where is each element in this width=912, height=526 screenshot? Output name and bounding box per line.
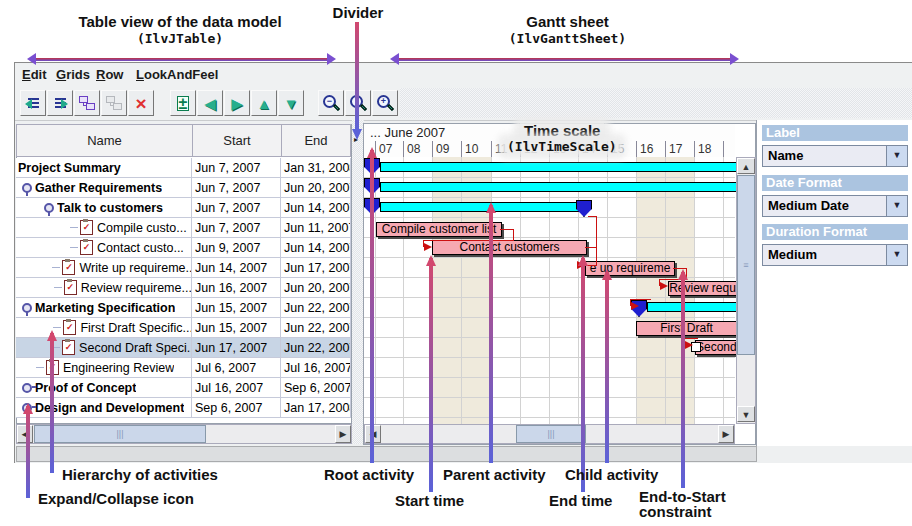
end-cell[interactable]: Jun 14, 2007 bbox=[281, 238, 351, 258]
duration-format-combobox[interactable]: Medium ▼ bbox=[762, 244, 908, 266]
table-row-selected[interactable]: ✓ Second Draft Speci... Jun 17, 2007 Jun… bbox=[16, 338, 351, 358]
name-cell[interactable]: ✓ Engineering Review bbox=[16, 358, 192, 378]
date-format-combobox[interactable]: Medium Date ▼ bbox=[762, 195, 908, 217]
expand-collapse-all-button[interactable]: ± bbox=[170, 90, 196, 116]
end-cell[interactable]: Jan 17, 2008 bbox=[281, 398, 351, 418]
menu-edit[interactable]: Edit bbox=[22, 67, 47, 82]
tree-collapsed-icon[interactable] bbox=[22, 382, 32, 394]
table-row[interactable]: Proof of Concept Jul 16, 2007 Sep 6, 200… bbox=[16, 378, 351, 398]
name-cell[interactable]: Design and Development bbox=[16, 398, 192, 418]
tree-expanded-icon[interactable] bbox=[22, 302, 32, 314]
table-row[interactable]: ✓ Review requireme... Jun 16, 2007 Jun 2… bbox=[16, 278, 351, 298]
start-cell[interactable]: Jun 15, 2007 bbox=[192, 298, 281, 318]
column-header-name[interactable]: Name bbox=[16, 124, 193, 157]
table-row[interactable]: Project Summary Jun 7, 2007 Jan 31, 2008 bbox=[16, 158, 351, 178]
scroll-right-button[interactable]: ▶ bbox=[335, 425, 351, 443]
navigate-up-button[interactable]: ▲ bbox=[251, 90, 277, 116]
name-cell[interactable]: ✓ First Draft Specific... bbox=[16, 318, 192, 338]
end-cell[interactable]: Jun 11, 2007 bbox=[281, 218, 351, 238]
table-row[interactable]: Marketing Specification Jun 15, 2007 Jun… bbox=[16, 298, 351, 318]
end-cell[interactable]: Sep 6, 2007 bbox=[281, 378, 351, 398]
make-child-button[interactable] bbox=[74, 90, 100, 116]
name-cell[interactable]: Talk to customers bbox=[16, 198, 192, 218]
start-cell[interactable]: Jun 14, 2007 bbox=[192, 258, 281, 278]
start-cell[interactable]: Jun 7, 2007 bbox=[192, 218, 281, 238]
table-row[interactable]: Design and Development Sep 6, 2007 Jan 1… bbox=[16, 398, 351, 418]
end-cell[interactable]: Jun 14, 2007 bbox=[281, 198, 351, 218]
delete-row-button[interactable]: × bbox=[128, 90, 154, 116]
table-row[interactable]: ✓ Contact custo... Jun 9, 2007 Jun 14, 2… bbox=[16, 238, 351, 258]
start-cell[interactable]: Jun 17, 2007 bbox=[192, 338, 281, 358]
green-right-arrow-icon: ▶ bbox=[231, 96, 243, 111]
end-cell[interactable]: Jun 17, 2007 bbox=[281, 258, 351, 278]
start-cell[interactable]: Jul 16, 2007 bbox=[192, 378, 281, 398]
summary-bar-marketing[interactable] bbox=[647, 302, 737, 312]
table-row[interactable]: ✓ Engineering Review Jul 6, 2007 Jul 16,… bbox=[16, 358, 351, 378]
chevron-down-icon[interactable]: ▼ bbox=[886, 146, 907, 166]
start-cell[interactable]: Jun 15, 2007 bbox=[192, 318, 281, 338]
chevron-down-icon[interactable]: ▼ bbox=[886, 245, 907, 265]
tree-expanded-icon[interactable] bbox=[22, 182, 32, 194]
start-cell[interactable]: Jun 7, 2007 bbox=[192, 158, 281, 178]
column-header-end[interactable]: End bbox=[281, 124, 351, 157]
table-hscroll-thumb[interactable]: ||| bbox=[34, 425, 206, 443]
gantt-hscroll-thumb[interactable]: ||| bbox=[516, 425, 586, 443]
activity-bar-compile[interactable]: Compile customer list bbox=[376, 222, 502, 237]
start-cell[interactable]: Jun 16, 2007 bbox=[192, 278, 281, 298]
end-cell[interactable]: Jul 16, 2007 bbox=[281, 358, 351, 378]
name-cell[interactable]: ✓ Contact custo... bbox=[16, 238, 192, 258]
name-cell[interactable]: Project Summary bbox=[16, 158, 192, 178]
label-combobox[interactable]: Name ▼ bbox=[762, 145, 908, 167]
table-row[interactable]: ✓ Write up requireme... Jun 14, 2007 Jun… bbox=[16, 258, 351, 278]
end-cell[interactable]: Jun 22, 2007 bbox=[281, 318, 351, 338]
chevron-down-icon[interactable]: ▼ bbox=[886, 196, 907, 216]
name-cell[interactable]: ✓ Write up requireme... bbox=[16, 258, 192, 278]
start-cell[interactable]: Jun 9, 2007 bbox=[192, 238, 281, 258]
name-cell[interactable]: Marketing Specification bbox=[16, 298, 192, 318]
table-row[interactable]: Gather Requirements Jun 7, 2007 Jun 20, … bbox=[16, 178, 351, 198]
column-header-start[interactable]: Start bbox=[192, 124, 282, 157]
start-cell[interactable]: Sep 6, 2007 bbox=[192, 398, 281, 418]
scroll-left-button[interactable]: ◀ bbox=[17, 425, 33, 443]
table-row[interactable]: ✓ Compile custo... Jun 7, 2007 Jun 11, 2… bbox=[16, 218, 351, 238]
scroll-up-button[interactable]: ▲ bbox=[737, 158, 755, 174]
zoom-in-button[interactable]: + bbox=[372, 90, 398, 116]
menu-grids[interactable]: Grids bbox=[56, 67, 90, 82]
table-row[interactable]: Talk to customers Jun 7, 2007 Jun 14, 20… bbox=[16, 198, 351, 218]
menu-row[interactable]: Row bbox=[96, 67, 123, 82]
summary-bar-gather[interactable] bbox=[380, 182, 737, 192]
summary-bar-project[interactable] bbox=[380, 162, 737, 172]
activity-bar-first-draft[interactable]: First Draft bbox=[636, 321, 737, 336]
menu-lookandfeel[interactable]: LookAndFeel bbox=[136, 67, 218, 82]
end-cell[interactable]: Jun 22, 2007 bbox=[281, 298, 351, 318]
name-cell[interactable]: ✓ Second Draft Speci... bbox=[16, 338, 192, 358]
navigate-right-button[interactable]: ▶ bbox=[224, 90, 250, 116]
scroll-right-button[interactable]: ▶ bbox=[718, 425, 734, 443]
scroll-down-button[interactable]: ▼ bbox=[737, 406, 755, 422]
name-cell[interactable]: ✓ Review requireme... bbox=[16, 278, 192, 298]
navigate-left-button[interactable]: ◀ bbox=[197, 90, 223, 116]
summary-bar-talk[interactable] bbox=[380, 202, 579, 212]
zoom-out-button[interactable]: − bbox=[318, 90, 344, 116]
table-row[interactable]: ✓ First Draft Specific... Jun 15, 2007 J… bbox=[16, 318, 351, 338]
gantt-vscroll-thumb[interactable]: ≡ bbox=[737, 175, 755, 355]
start-cell[interactable]: Jul 6, 2007 bbox=[192, 358, 281, 378]
end-cell[interactable]: Jan 31, 2008 bbox=[281, 158, 351, 178]
activity-bar-second-draft[interactable]: Second bbox=[695, 340, 737, 355]
name-cell[interactable]: ✓ Compile custo... bbox=[16, 218, 192, 238]
end-cell[interactable]: Jun 22, 2007 bbox=[281, 338, 351, 358]
end-cell[interactable]: Jun 20, 2007 bbox=[281, 178, 351, 198]
end-cell[interactable]: Jun 20, 2007 bbox=[281, 278, 351, 298]
navigate-down-button[interactable]: ▼ bbox=[278, 90, 304, 116]
insert-row-after-button[interactable] bbox=[47, 90, 73, 116]
insert-row-before-button[interactable] bbox=[20, 90, 46, 116]
start-cell[interactable]: Jun 7, 2007 bbox=[192, 178, 281, 198]
constraint-line bbox=[585, 247, 597, 248]
activity-bar-contact[interactable]: Contact customers bbox=[432, 240, 587, 255]
activity-bar-review[interactable]: Review requ bbox=[668, 281, 737, 296]
start-cell[interactable]: Jun 7, 2007 bbox=[192, 198, 281, 218]
tree-expanded-icon[interactable] bbox=[44, 202, 54, 214]
name-cell[interactable]: Gather Requirements bbox=[16, 178, 192, 198]
activity-bar-write[interactable]: e up requireme bbox=[585, 261, 675, 276]
name-cell[interactable]: Proof of Concept bbox=[16, 378, 192, 398]
